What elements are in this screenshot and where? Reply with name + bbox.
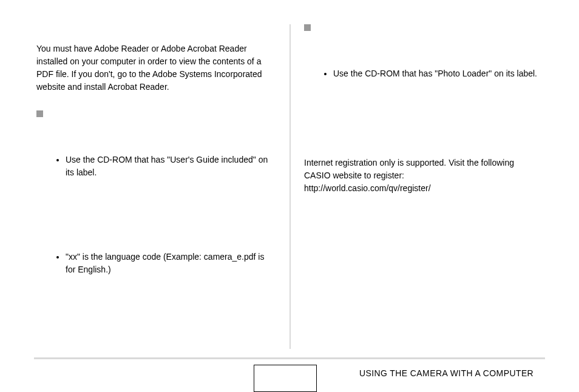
right-column: Use the CD-ROM that has "Photo Loader" o… xyxy=(290,0,555,281)
registration-text: Internet registration only is supported.… xyxy=(304,157,543,182)
section-marker-icon xyxy=(304,24,311,31)
footer-title: USING THE CAMERA WITH A COMPUTER xyxy=(359,367,533,380)
page-number-box xyxy=(254,365,317,392)
section-marker-icon xyxy=(36,110,43,117)
left-bullet-1: Use the CD-ROM that has "User's Guide in… xyxy=(66,154,275,179)
registration-url: http://world.casio.com/qv/register/ xyxy=(304,182,543,195)
column-divider xyxy=(290,24,291,349)
footer-divider xyxy=(34,357,545,359)
intro-text: You must have Adobe Reader or Adobe Acro… xyxy=(36,42,275,93)
left-column: You must have Adobe Reader or Adobe Acro… xyxy=(24,0,290,281)
left-bullet-2: "xx" is the language code (Example: came… xyxy=(66,251,275,276)
right-bullet-1: Use the CD-ROM that has "Photo Loader" o… xyxy=(333,67,543,80)
